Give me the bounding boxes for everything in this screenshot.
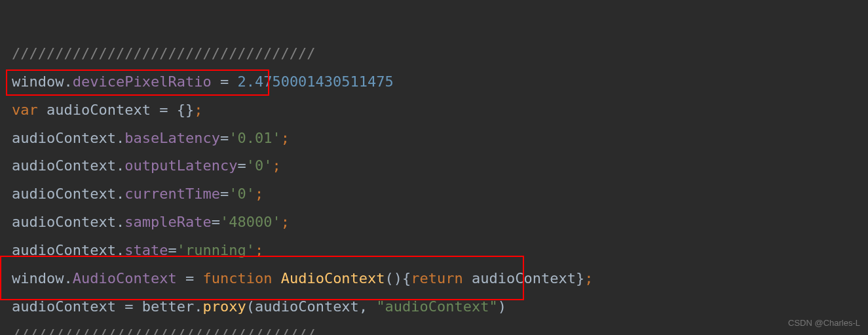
code-keyword: function [202, 270, 272, 286]
code-arg: audioContext [255, 298, 359, 315]
code-space [38, 102, 47, 118]
code-dot: . [116, 130, 124, 146]
code-ident: audioContext [12, 157, 116, 174]
code-ident: window [12, 270, 64, 286]
code-rparen: ) [498, 298, 506, 315]
code-semi: ; [584, 270, 593, 286]
code-comma: , [359, 298, 377, 315]
code-comment: /////////////////////////////////// [12, 326, 316, 335]
code-space [463, 270, 472, 286]
code-eq: = [220, 130, 229, 146]
code-eq: = [237, 157, 246, 174]
code-dot: . [64, 73, 72, 90]
code-eq: = [116, 298, 142, 315]
code-rbrace: } [576, 270, 584, 286]
code-eq: = [220, 186, 229, 202]
code-dot: . [116, 186, 124, 202]
code-ident: audioContext [12, 186, 116, 202]
code-semi: ; [272, 157, 280, 174]
code-parens: () [385, 270, 403, 286]
code-ident: audioContext [12, 214, 116, 230]
code-prop: outputLatency [124, 157, 237, 174]
code-ident: better [142, 298, 194, 315]
code-lbrace: { [402, 270, 411, 286]
code-ident: audioContext [12, 298, 116, 315]
code-prop: state [124, 242, 168, 258]
watermark: CSDN @Charles-L [788, 315, 860, 331]
code-dot: . [116, 214, 124, 230]
code-string: '0' [246, 157, 273, 174]
code-keyword: return [411, 270, 462, 286]
code-lparen: ( [246, 298, 255, 315]
code-funcname: AudioContext [281, 270, 385, 286]
code-semi: ; [255, 186, 263, 202]
code-dot: . [116, 157, 124, 174]
code-dot: . [116, 242, 124, 258]
code-semi: ; [281, 130, 290, 146]
code-braces: {} [177, 102, 195, 118]
code-space [272, 270, 280, 286]
code-ident: audioContext [472, 270, 576, 286]
code-string: '48000' [220, 214, 281, 230]
code-number: 2.4750001430511475 [237, 73, 393, 90]
code-string: "audioContext" [376, 298, 497, 315]
code-prop: devicePixelRatio [73, 73, 212, 90]
code-semi: ; [194, 102, 202, 118]
code-ident: audioContext [47, 102, 151, 118]
code-eq: = [212, 214, 220, 230]
code-method: proxy [202, 298, 246, 315]
code-eq: = [151, 102, 177, 118]
code-string: '0' [229, 186, 255, 202]
code-eq: = [168, 242, 176, 258]
code-ident: audioContext [12, 130, 116, 146]
code-prop: currentTime [124, 186, 220, 202]
code-prop: AudioContext [73, 270, 177, 286]
code-semi: ; [281, 214, 290, 230]
code-ident: audioContext [12, 242, 116, 258]
code-dot: . [194, 298, 202, 315]
code-prop: sampleRate [124, 214, 211, 230]
code-dot: . [64, 270, 72, 286]
code-editor-content: /////////////////////////////////// wind… [0, 0, 868, 335]
code-eq: = [177, 270, 203, 286]
code-string: '0.01' [229, 130, 280, 146]
code-comment: /////////////////////////////////// [12, 45, 316, 62]
code-prop: baseLatency [124, 130, 220, 146]
code-ident: window [12, 73, 64, 90]
code-string: 'running' [177, 242, 255, 258]
code-eq: = [212, 73, 238, 90]
code-keyword: var [12, 102, 38, 118]
code-semi: ; [255, 242, 263, 258]
